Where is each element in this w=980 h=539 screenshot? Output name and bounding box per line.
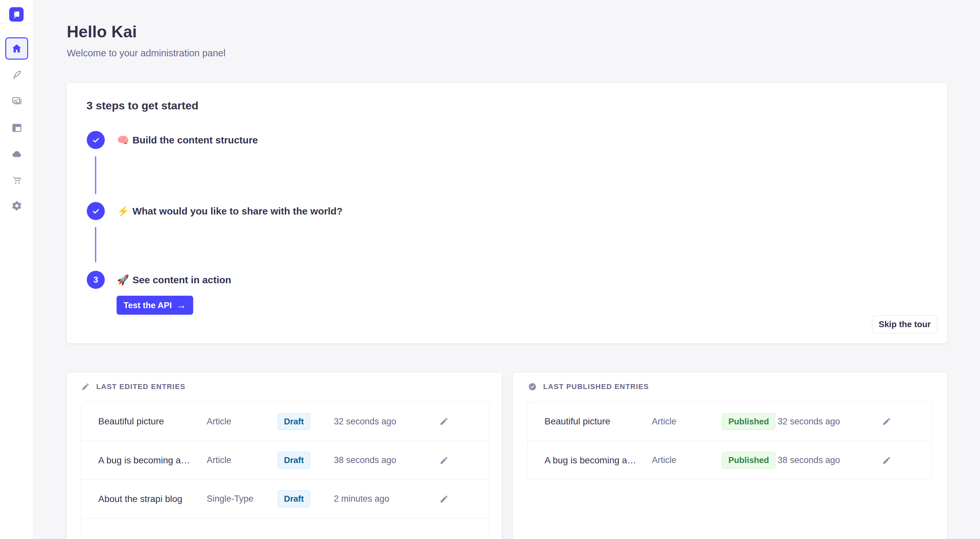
last-published-title: LAST PUBLISHED ENTRIES	[543, 383, 649, 391]
table-row: Beautiful picture Article Draft 32 secon…	[81, 402, 489, 441]
pencil-icon	[439, 494, 449, 504]
last-edited-table: Beautiful picture Article Draft 32 secon…	[81, 402, 490, 539]
entry-title: A bug is becoming a…	[98, 455, 207, 466]
sidebar-item-settings[interactable]	[6, 195, 27, 216]
pencil-icon	[882, 456, 891, 465]
entry-time: 32 seconds ago	[778, 417, 859, 427]
entry-time: 2 minutes ago	[334, 494, 416, 504]
step-1-check-circle	[87, 131, 105, 149]
edit-entry-button[interactable]	[437, 492, 451, 506]
entry-time: 38 seconds ago	[334, 455, 416, 465]
check-icon	[92, 207, 100, 215]
step-connector-1	[95, 156, 96, 194]
strapi-logo[interactable]	[9, 7, 24, 22]
status-badge: Draft	[278, 452, 310, 469]
entry-time: 38 seconds ago	[778, 455, 859, 465]
table-row: Beautiful picture Article Published 32 s…	[528, 402, 932, 441]
brain-emoji-icon: 🧠	[117, 134, 129, 146]
table-row	[81, 518, 489, 539]
pencil-icon	[439, 456, 449, 465]
page-subtitle: Welcome to your administration panel	[67, 48, 226, 59]
sidebar-item-content-manager[interactable]	[6, 64, 27, 85]
edit-entry-button[interactable]	[437, 453, 451, 467]
home-icon	[11, 43, 22, 54]
onboarding-card: 3 steps to get started 3 🧠 Build the con…	[67, 83, 947, 343]
step-3-number: 3	[93, 275, 98, 285]
last-edited-panel: LAST EDITED ENTRIES Beautiful picture Ar…	[67, 373, 502, 539]
arrow-right-icon: →	[177, 300, 186, 310]
cloud-icon	[11, 149, 22, 159]
entry-title: Beautiful picture	[544, 416, 652, 427]
edit-entry-button[interactable]	[880, 414, 894, 429]
test-api-label: Test the API	[123, 300, 172, 310]
table-row: About the strapi blog Single-Type Draft …	[81, 479, 489, 518]
entry-type: Article	[207, 417, 278, 427]
pictures-icon	[11, 95, 22, 106]
step-2-check-circle	[87, 202, 105, 220]
onboarding-title: 3 steps to get started	[86, 99, 199, 112]
sidebar-item-deploy[interactable]	[6, 143, 27, 164]
entry-title: A bug is becoming a…	[544, 455, 652, 466]
entry-time: 32 seconds ago	[334, 417, 416, 427]
check-circle-icon	[528, 383, 537, 391]
edit-entry-button[interactable]	[437, 414, 451, 429]
entry-type: Single-Type	[207, 494, 278, 504]
step-3-label: 🚀 See content in action	[117, 274, 231, 286]
last-edited-title: LAST EDITED ENTRIES	[96, 383, 185, 391]
table-row: A bug is becoming a… Article Published 3…	[528, 441, 932, 479]
page-title: Hello Kai	[67, 22, 137, 41]
sidebar-item-media-library[interactable]	[6, 90, 27, 111]
step-2-text: What would you like to share with the wo…	[132, 205, 342, 216]
pencil-icon	[439, 417, 449, 426]
step-3-number-circle: 3	[87, 271, 105, 289]
layout-icon	[11, 122, 22, 133]
feather-icon	[11, 70, 22, 80]
step-connector-2	[95, 227, 96, 262]
status-badge: Published	[722, 413, 775, 430]
step-1-text: Build the content structure	[132, 134, 258, 145]
last-published-table: Beautiful picture Article Published 32 s…	[527, 402, 932, 479]
sidebar-item-content-type-builder[interactable]	[6, 117, 27, 138]
skip-tour-button[interactable]: Skip the tour	[872, 315, 937, 333]
entry-type: Article	[652, 417, 722, 427]
gear-icon	[11, 200, 22, 211]
sidebar-divider	[0, 24, 33, 24]
status-badge: Published	[722, 452, 775, 469]
status-badge: Draft	[278, 413, 310, 430]
last-published-panel: LAST PUBLISHED ENTRIES Beautiful picture…	[513, 373, 947, 539]
cart-icon	[11, 175, 22, 185]
rocket-emoji-icon: 🚀	[117, 274, 129, 286]
status-badge: Draft	[278, 491, 310, 507]
entry-title: About the strapi blog	[98, 494, 207, 504]
entry-type: Article	[207, 455, 278, 465]
check-icon	[92, 136, 100, 145]
entry-type: Article	[652, 455, 722, 465]
edit-entry-button[interactable]	[880, 453, 894, 467]
step-1-label: 🧠 Build the content structure	[117, 134, 258, 146]
last-published-header: LAST PUBLISHED ENTRIES	[528, 383, 649, 391]
table-row: A bug is becoming a… Article Draft 38 se…	[81, 441, 489, 479]
sidebar-item-marketplace[interactable]	[6, 169, 27, 190]
step-3-text: See content in action	[132, 274, 231, 285]
strapi-logo-icon	[10, 8, 23, 21]
pencil-icon	[81, 383, 90, 391]
test-api-button[interactable]: Test the API →	[116, 296, 193, 315]
step-2-label: ⚡ What would you like to share with the …	[117, 205, 342, 217]
last-edited-header: LAST EDITED ENTRIES	[81, 383, 185, 391]
entry-title: Beautiful picture	[98, 416, 207, 427]
pencil-icon	[882, 417, 891, 426]
sidebar-item-home[interactable]	[5, 37, 28, 60]
lightning-emoji-icon: ⚡	[117, 205, 129, 217]
sidebar	[0, 0, 33, 539]
